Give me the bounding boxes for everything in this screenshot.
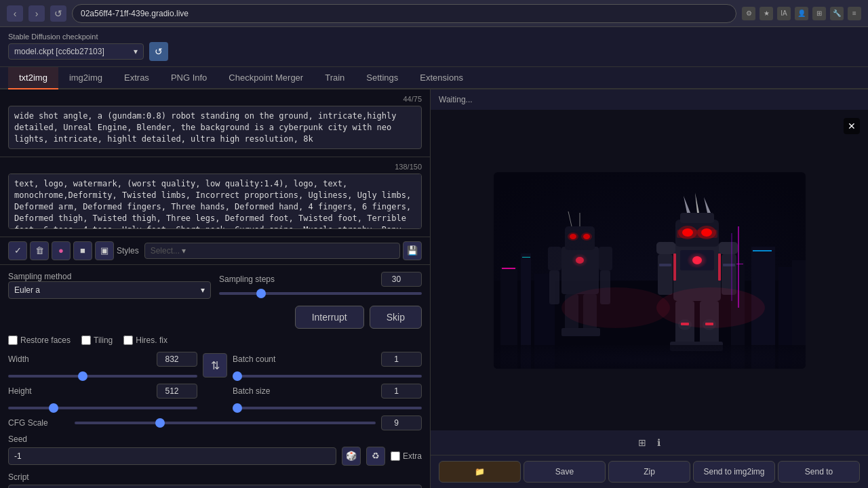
svg-rect-50 — [677, 230, 717, 238]
width-input[interactable] — [157, 352, 197, 367]
restore-faces-input[interactable] — [8, 336, 18, 345]
color-btn-3[interactable]: ▣ — [95, 241, 114, 260]
styles-label: Styles — [117, 246, 139, 256]
width-group: Width — [8, 352, 197, 380]
action-buttons-group: Interrupt Skip — [8, 306, 422, 329]
clear-styles-button[interactable]: 🗑 — [30, 241, 49, 260]
hires-fix-checkbox[interactable]: Hires. fix — [123, 336, 167, 345]
image-tool-button[interactable]: ⊞ — [635, 434, 649, 451]
url-text: 02a56ff4-71ff-439e.gradio.live — [81, 9, 189, 18]
hires-fix-input[interactable] — [123, 336, 133, 345]
color-btn-1[interactable]: ● — [52, 241, 71, 260]
interrupt-button[interactable]: Interrupt — [295, 306, 364, 329]
seed-dice-button[interactable]: 🎲 — [342, 447, 361, 466]
svg-rect-39 — [659, 264, 671, 266]
positive-prompt-section: 44/75 — [0, 89, 430, 157]
apply-styles-button[interactable]: ✓ — [8, 241, 27, 260]
send-to-img2img-button[interactable]: Send to img2img — [693, 461, 775, 483]
ext-icon-5: ⊞ — [812, 7, 826, 20]
sampling-steps-slider[interactable] — [219, 292, 422, 295]
width-batch-row: Width ⇅ Batch count — [8, 352, 422, 380]
tab-checkpoint-merger[interactable]: Checkpoint Merger — [218, 67, 314, 89]
svg-rect-10 — [522, 257, 530, 258]
model-dropdown[interactable]: model.ckpt [cc6cb27103] ▾ — [8, 43, 144, 60]
tiling-input[interactable] — [81, 336, 91, 345]
seed-recycle-button[interactable]: ♻ — [366, 447, 385, 466]
svg-rect-35 — [656, 242, 675, 254]
model-refresh-button[interactable]: ↺ — [149, 42, 168, 61]
svg-rect-23 — [548, 247, 561, 270]
svg-rect-65 — [731, 233, 732, 301]
ext-icon-2: ★ — [760, 7, 773, 20]
batch-count-input[interactable] — [381, 352, 422, 367]
seed-section: Seed 🎲 ♻ Extra — [8, 434, 422, 466]
height-input[interactable] — [157, 384, 197, 399]
batch-count-slider[interactable] — [233, 375, 422, 378]
svg-rect-24 — [599, 247, 612, 270]
tiling-checkbox[interactable]: Tiling — [81, 336, 113, 345]
sampling-method-dropdown[interactable]: Euler a ▾ — [8, 281, 211, 299]
ext-icon-1: ⚙ — [742, 7, 755, 20]
extra-input[interactable] — [391, 451, 400, 461]
trash-icon: 🗑 — [35, 245, 44, 256]
save-button[interactable]: Save — [524, 461, 606, 483]
skip-button[interactable]: Skip — [370, 306, 422, 329]
zip-button[interactable]: Zip — [608, 461, 690, 483]
circle-icon: ● — [58, 245, 64, 256]
svg-rect-42 — [680, 213, 714, 223]
image-info-button[interactable]: ℹ — [654, 434, 663, 451]
open-folder-button[interactable]: 📁 — [439, 461, 521, 483]
batch-size-group: Batch size — [233, 384, 422, 411]
swap-dimensions-button[interactable]: ⇅ — [203, 353, 227, 378]
right-panel: Waiting... — [431, 89, 868, 488]
negative-prompt-textarea[interactable] — [8, 174, 422, 228]
cfg-input[interactable] — [381, 415, 422, 430]
bottom-actions: 📁 Save Zip Send to img2img Send to — [431, 455, 868, 488]
sampling-steps-input[interactable]: 30 — [381, 272, 422, 287]
svg-point-15 — [576, 257, 584, 264]
svg-rect-57 — [673, 253, 676, 281]
square-icon: ■ — [80, 245, 85, 256]
chevron-down-icon: ▾ — [182, 246, 186, 256]
chevron-down-icon: ▾ — [201, 285, 205, 295]
svg-point-20 — [581, 232, 592, 241]
seed-row: 🎲 ♻ Extra — [8, 447, 422, 466]
forward-button[interactable]: › — [28, 5, 45, 22]
tab-extensions[interactable]: Extensions — [409, 67, 474, 89]
svg-point-62 — [656, 287, 765, 328]
cfg-slider[interactable] — [75, 422, 376, 424]
width-slider[interactable] — [8, 375, 197, 378]
positive-prompt-textarea[interactable] — [8, 106, 422, 149]
url-bar[interactable]: 02a56ff4-71ff-439e.gradio.live — [72, 4, 736, 23]
tab-extras[interactable]: Extras — [113, 67, 160, 89]
back-button[interactable]: ‹ — [7, 5, 23, 22]
refresh-icon: ↺ — [155, 46, 163, 57]
close-icon: ✕ — [848, 121, 856, 131]
tab-settings[interactable]: Settings — [355, 67, 409, 89]
batch-size-input[interactable] — [381, 384, 422, 399]
send-to-inpaint-button[interactable]: Send to — [778, 461, 860, 483]
restore-faces-checkbox[interactable]: Restore faces — [8, 336, 71, 345]
generated-image — [494, 172, 806, 369]
svg-rect-25 — [549, 270, 559, 304]
tiling-label: Tiling — [94, 336, 113, 345]
tab-train[interactable]: Train — [314, 67, 355, 89]
sampling-method-value: Euler a — [14, 285, 40, 295]
tab-txt2img[interactable]: txt2img — [8, 67, 58, 89]
tab-img2img[interactable]: img2img — [58, 67, 113, 89]
color-btn-2[interactable]: ■ — [73, 241, 92, 260]
script-dropdown[interactable]: None ▾ — [8, 485, 422, 488]
seed-input[interactable] — [8, 447, 336, 465]
tab-png-info[interactable]: PNG Info — [160, 67, 218, 89]
save-style-button[interactable]: 💾 — [403, 241, 422, 260]
height-slider[interactable] — [8, 407, 197, 409]
svg-rect-12 — [753, 250, 772, 251]
restore-faces-label: Restore faces — [20, 336, 71, 345]
batch-size-slider[interactable] — [233, 407, 422, 409]
extra-checkbox[interactable]: Extra — [391, 451, 422, 461]
close-image-button[interactable]: ✕ — [844, 118, 860, 134]
script-label: Script — [8, 472, 422, 482]
refresh-button[interactable]: ↺ — [50, 5, 66, 22]
extra-label: Extra — [403, 451, 422, 461]
styles-dropdown[interactable]: Select... ▾ — [144, 243, 400, 259]
